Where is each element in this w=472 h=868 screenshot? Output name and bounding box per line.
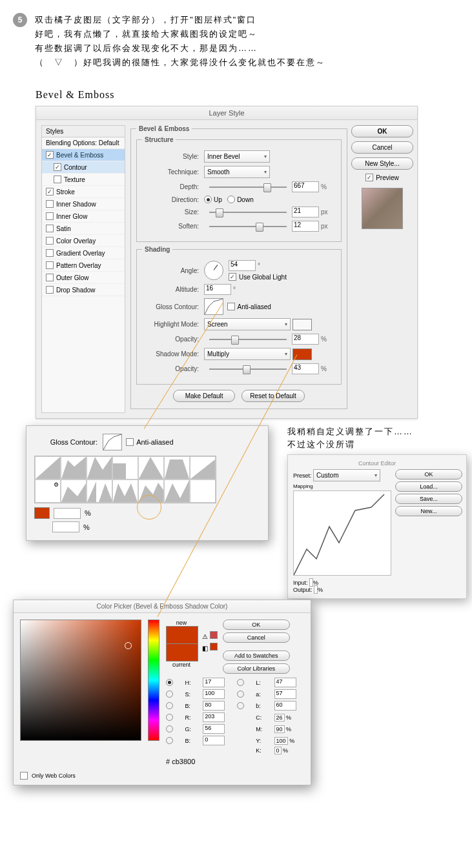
contour-preset[interactable] — [164, 479, 190, 503]
checkbox-icon[interactable] — [46, 151, 54, 159]
blab-input[interactable]: 60 — [274, 701, 296, 711]
picker-cancel-button[interactable]: Cancel — [223, 632, 290, 643]
l-radio[interactable] — [237, 679, 244, 686]
anti-alias-checkbox[interactable] — [227, 303, 235, 310]
style-item-texture[interactable]: Texture — [42, 174, 125, 186]
global-light-checkbox[interactable] — [229, 273, 236, 281]
cancel-button[interactable]: Cancel — [351, 141, 413, 154]
m-input[interactable]: 90 — [274, 725, 285, 733]
angle-dial[interactable] — [204, 261, 223, 280]
c-input[interactable]: 26 — [274, 714, 285, 722]
bhsb-input[interactable]: 80 — [203, 701, 225, 711]
checkbox-icon[interactable] — [46, 286, 54, 294]
checkbox-icon[interactable] — [46, 188, 54, 196]
r-radio[interactable] — [166, 714, 173, 721]
style-select[interactable]: Inner Bevel — [204, 150, 270, 163]
depth-slider[interactable] — [209, 187, 287, 188]
gamut-warning-icon[interactable]: ⚠ — [202, 631, 218, 640]
direction-up-radio[interactable] — [204, 196, 212, 203]
style-item-inner-shadow[interactable]: Inner Shadow — [42, 198, 125, 210]
style-item-color-overlay[interactable]: Color Overlay — [42, 235, 125, 247]
color-libraries-button[interactable]: Color Libraries — [223, 663, 290, 674]
style-item-pattern-overlay[interactable]: Pattern Overlay — [42, 259, 125, 272]
brgb-radio[interactable] — [166, 737, 173, 744]
sh-opacity-slider[interactable] — [209, 368, 287, 370]
contour-preset[interactable] — [190, 479, 216, 503]
popup-color-swatch[interactable] — [34, 507, 50, 519]
checkbox-icon[interactable] — [54, 163, 61, 171]
preview-checkbox[interactable] — [365, 174, 373, 181]
direction-down-radio[interactable] — [227, 196, 235, 203]
h-input[interactable]: 17 — [203, 678, 225, 687]
depth-input[interactable]: 667 — [292, 181, 319, 192]
contour-save-button[interactable]: Save... — [395, 494, 462, 504]
checkbox-icon[interactable] — [46, 261, 54, 269]
l-input[interactable]: 47 — [274, 678, 296, 687]
soften-input[interactable]: 12 — [292, 221, 319, 232]
highlight-color-swatch[interactable] — [292, 319, 312, 330]
contour-preset[interactable] — [112, 456, 138, 479]
g-input[interactable]: 56 — [203, 724, 225, 734]
style-item-stroke[interactable]: Stroke — [42, 186, 125, 198]
color-field[interactable] — [20, 620, 141, 741]
b2-radio[interactable] — [237, 702, 244, 709]
highlight-mode-select[interactable]: Screen — [204, 318, 291, 330]
s-input[interactable]: 100 — [203, 689, 225, 699]
size-slider[interactable] — [209, 212, 287, 213]
hl-opacity-slider[interactable] — [209, 339, 287, 340]
picker-ok-button[interactable]: OK — [223, 620, 290, 630]
contour-preset[interactable] — [61, 479, 87, 503]
hl-opacity-input[interactable]: 28 — [292, 334, 319, 345]
gloss-anti-checkbox[interactable] — [126, 438, 134, 446]
contour-preset[interactable]: ⚙ — [35, 479, 61, 503]
checkbox-icon[interactable] — [46, 274, 54, 281]
websafe-warning-icon[interactable]: ◧ — [202, 643, 218, 652]
s-radio[interactable] — [166, 691, 173, 698]
contour-ok-button[interactable]: OK — [395, 469, 462, 479]
r-input[interactable]: 203 — [203, 712, 225, 722]
make-default-button[interactable]: Make Default — [173, 390, 235, 402]
technique-select[interactable]: Smooth — [204, 166, 270, 178]
a-input[interactable]: 57 — [274, 689, 296, 699]
checkbox-icon[interactable] — [46, 237, 54, 245]
k-input[interactable]: 0 — [274, 747, 282, 754]
size-input[interactable]: 21 — [292, 207, 319, 217]
checkbox-icon[interactable] — [46, 249, 54, 257]
contour-preset[interactable] — [87, 456, 112, 479]
style-item-inner-glow[interactable]: Inner Glow — [42, 210, 125, 223]
web-colors-checkbox[interactable] — [20, 772, 28, 780]
checkbox-icon[interactable] — [46, 200, 54, 208]
add-swatches-button[interactable]: Add to Swatches — [223, 651, 290, 661]
sh-opacity-input[interactable]: 43 — [292, 363, 319, 374]
contour-preset[interactable] — [87, 479, 112, 503]
b-radio[interactable] — [166, 702, 173, 709]
g-radio[interactable] — [166, 725, 173, 732]
contour-preset[interactable] — [138, 456, 164, 479]
hex-input[interactable]: cb3800 — [172, 758, 195, 765]
hue-slider[interactable] — [148, 620, 159, 741]
angle-input[interactable]: 54 — [229, 260, 256, 271]
checkbox-icon[interactable] — [46, 212, 54, 220]
style-item-gradient-overlay[interactable]: Gradient Overlay — [42, 247, 125, 259]
style-item-outer-glow[interactable]: Outer Glow — [42, 272, 125, 284]
ok-button[interactable]: OK — [351, 125, 413, 137]
checkbox-icon[interactable] — [46, 225, 54, 232]
style-item-bevel[interactable]: Bevel & Emboss — [42, 149, 125, 161]
a-radio[interactable] — [237, 691, 244, 698]
contour-preset[interactable] — [35, 456, 61, 479]
style-item-contour[interactable]: Contour — [42, 161, 125, 174]
contour-curve-canvas[interactable] — [293, 490, 391, 576]
contour-preset-select[interactable]: Custom — [313, 469, 380, 481]
contour-preset[interactable] — [190, 456, 216, 479]
soften-slider[interactable] — [209, 226, 287, 227]
gloss-contour-preview[interactable] — [103, 434, 122, 450]
y-input[interactable]: 100 — [274, 737, 288, 745]
new-style-button[interactable]: New Style... — [351, 157, 413, 170]
style-item-satin[interactable]: Satin — [42, 223, 125, 235]
checkbox-icon[interactable] — [54, 176, 61, 183]
blending-options-item[interactable]: Blending Options: Default — [42, 137, 125, 149]
h-radio[interactable] — [166, 679, 173, 686]
contour-load-button[interactable]: Load... — [395, 481, 462, 492]
brgb-input[interactable]: 0 — [203, 736, 225, 745]
contour-preset[interactable] — [164, 456, 190, 479]
